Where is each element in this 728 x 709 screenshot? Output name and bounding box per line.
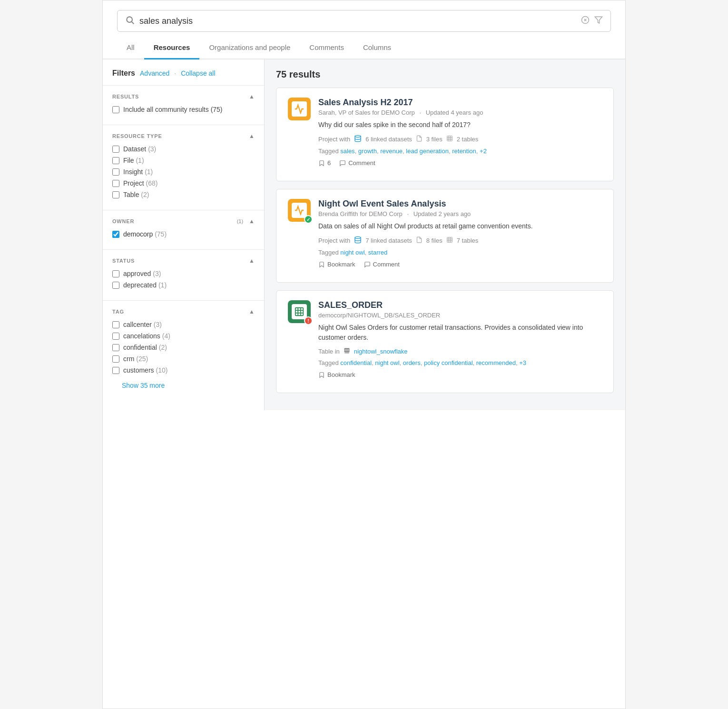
filter-insight-label[interactable]: Insight (1) [123, 168, 153, 176]
card-2-files-icon [416, 236, 423, 245]
filter-insight-checkbox[interactable] [112, 168, 119, 176]
filter-confidential-checkbox[interactable] [112, 344, 119, 351]
card-3-tag-nightowl[interactable]: night owl [375, 359, 399, 366]
card-3-title[interactable]: SALES_ORDER [318, 300, 602, 310]
filter-community-label[interactable]: Include all community results (75) [123, 106, 223, 113]
filter-file: File (1) [112, 157, 255, 164]
tab-columns[interactable]: Columns [354, 37, 401, 59]
card-1-comment-button[interactable]: Comment [339, 159, 375, 167]
filters-collapse-link[interactable]: Collapse all [181, 69, 215, 77]
card-1-datasets-icon [354, 135, 362, 144]
card-1-tag-revenue[interactable]: revenue [380, 148, 403, 155]
card-2-header: ✓ Night Owl Event Sales Analysis Brenda … [288, 199, 602, 268]
filter-dataset-label[interactable]: Dataset (3) [123, 145, 156, 153]
card-3-bookmark-button[interactable]: Bookmark [318, 371, 355, 378]
filter-deprecated: deprecated (1) [112, 281, 255, 289]
filter-section-results: RESULTS ▲ Include all community results … [103, 85, 264, 125]
card-3-tags: Tagged confidential, night owl, orders, … [318, 359, 602, 366]
filter-owner-title: OWNER [112, 218, 134, 224]
result-card-2: ✓ Night Owl Event Sales Analysis Brenda … [276, 189, 614, 283]
card-2-comment-button[interactable]: Comment [364, 261, 400, 268]
card-1-tag-retention[interactable]: retention [452, 148, 476, 155]
filter-tag-header[interactable]: TAG ▲ [112, 308, 255, 315]
filter-results-title: RESULTS [112, 94, 139, 99]
svg-rect-18 [295, 308, 304, 316]
filter-status-header[interactable]: STATUS ▲ [112, 257, 255, 264]
filter-crm-label[interactable]: crm (25) [123, 355, 148, 363]
filter-dataset-checkbox[interactable] [112, 146, 119, 153]
card-1-datasets-count: 6 linked datasets [365, 136, 412, 143]
filter-approved-checkbox[interactable] [112, 270, 119, 277]
filter-deprecated-checkbox[interactable] [112, 282, 119, 289]
filter-table-checkbox[interactable] [112, 191, 119, 198]
filter-cancelations-label[interactable]: cancelations (4) [123, 332, 170, 340]
filter-customers-label[interactable]: customers (10) [123, 366, 167, 374]
search-input[interactable] [139, 16, 576, 26]
card-3-tag-orders[interactable]: orders [403, 359, 421, 366]
card-1-title[interactable]: Sales Analysis H2 2017 [318, 98, 602, 108]
card-1-tag-lead-gen[interactable]: lead generation [406, 148, 449, 155]
card-3-icon-inner [292, 304, 307, 319]
filter-approved-label[interactable]: approved (3) [123, 270, 161, 277]
filter-callcenter-checkbox[interactable] [112, 321, 119, 328]
card-1-tag-growth[interactable]: growth [358, 148, 377, 155]
tab-all[interactable]: All [117, 37, 144, 59]
tab-orgs[interactable]: Organizations and people [199, 37, 300, 59]
filter-callcenter: callcenter (3) [112, 321, 255, 328]
card-3-tag-more[interactable]: +3 [519, 359, 526, 366]
filter-table: Table (2) [112, 191, 255, 198]
card-2-title[interactable]: Night Owl Event Sales Analysis [318, 199, 602, 209]
card-1-main: Sales Analysis H2 2017 Sarah, VP of Sale… [318, 98, 602, 167]
filter-community-checkbox[interactable] [112, 106, 119, 113]
card-3-db-icon [344, 347, 350, 355]
filters-advanced-link[interactable]: Advanced [140, 69, 169, 77]
card-1-meta: Project with 6 linked datasets [318, 135, 602, 144]
sidebar-filters: Filters Advanced · Collapse all RESULTS … [103, 59, 265, 410]
card-2-bookmark-button[interactable]: Bookmark [318, 261, 355, 268]
search-clear-button[interactable] [581, 16, 590, 27]
tab-comments[interactable]: Comments [300, 37, 354, 59]
filter-customers-checkbox[interactable] [112, 367, 119, 374]
svg-point-0 [127, 17, 132, 22]
tab-resources[interactable]: Resources [144, 37, 200, 59]
card-1-meta-project: Project with [318, 136, 350, 143]
filters-dot: · [174, 69, 176, 77]
filter-democorp-checkbox[interactable] [112, 231, 119, 238]
filter-section-resource-type: RESOURCE TYPE ▲ Dataset (3) File (1) Ins… [103, 125, 264, 210]
filter-results-header[interactable]: RESULTS ▲ [112, 93, 255, 100]
card-2-files-count: 8 files [426, 237, 443, 244]
filter-project-label[interactable]: Project (68) [123, 179, 157, 187]
card-2-icon-inner [292, 203, 307, 218]
svg-marker-5 [595, 17, 602, 23]
filter-confidential-label[interactable]: confidential (2) [123, 344, 167, 351]
filter-table-label[interactable]: Table (2) [123, 191, 149, 198]
card-3-tag-recommended[interactable]: recommended [476, 359, 516, 366]
card-1-icon-inner [292, 101, 307, 117]
filter-dataset: Dataset (3) [112, 145, 255, 153]
card-2-datasets-icon [354, 236, 362, 245]
card-1-bookmark-button[interactable]: 6 [318, 159, 331, 167]
show-more-tags-link[interactable]: Show 35 more [112, 378, 255, 389]
card-3-tag-confidential[interactable]: confidential [340, 359, 372, 366]
filter-file-checkbox[interactable] [112, 157, 119, 164]
filter-resource-type-chevron: ▲ [249, 133, 255, 139]
filter-project-checkbox[interactable] [112, 180, 119, 187]
card-2-tags: Tagged night owl, starred [318, 249, 602, 256]
filter-crm-checkbox[interactable] [112, 355, 119, 363]
search-filter-button[interactable] [594, 16, 603, 27]
card-1-tag-more[interactable]: +2 [480, 148, 487, 155]
filter-cancelations-checkbox[interactable] [112, 333, 119, 340]
filter-owner-header[interactable]: OWNER (1) ▲ [112, 218, 255, 225]
filter-callcenter-label[interactable]: callcenter (3) [123, 321, 162, 328]
card-3-tag-policy[interactable]: policy confidential [424, 359, 473, 366]
filter-democorp-label[interactable]: democorp (75) [123, 230, 167, 238]
card-3-db-link[interactable]: nightowl_snowflake [354, 348, 408, 355]
card-3-tags-label: Tagged [318, 359, 340, 366]
filter-file-label[interactable]: File (1) [123, 157, 144, 164]
card-2-tag-nightowl[interactable]: night owl [340, 249, 364, 256]
card-2-tag-starred[interactable]: starred [368, 249, 387, 256]
card-1-tag-sales[interactable]: sales [340, 148, 354, 155]
svg-rect-7 [447, 136, 453, 141]
filter-resource-type-header[interactable]: RESOURCE TYPE ▲ [112, 133, 255, 139]
filter-deprecated-label[interactable]: deprecated (1) [123, 281, 167, 289]
